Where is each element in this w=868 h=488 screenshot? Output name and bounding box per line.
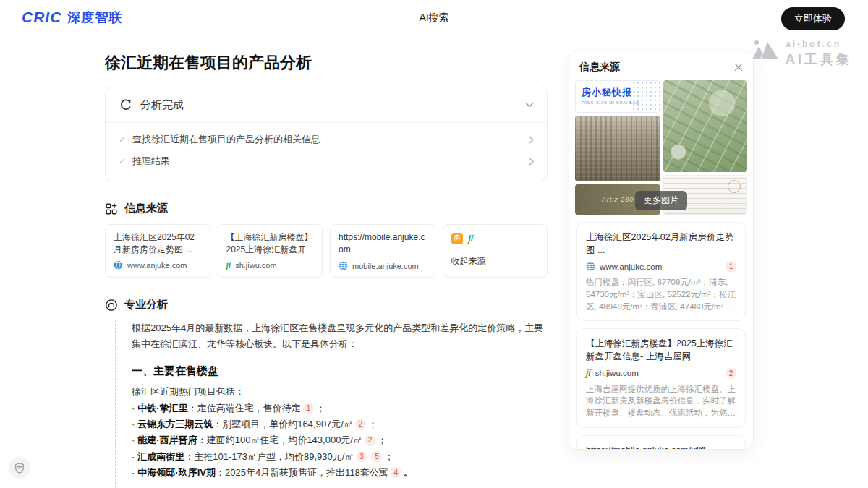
analysis-step-search[interactable]: ✓ 查找徐汇近期在售项目的产品分析的相关信息 [119, 129, 534, 150]
analysis-step-reasoning[interactable]: ✓ 推理结果 [119, 150, 534, 172]
olive-banner-text: Artiz 280 [602, 196, 634, 203]
analysis-status-header[interactable]: 分析完成 [106, 87, 547, 122]
fangxiaomi-favicon: 房 [451, 233, 463, 244]
report-shield-button[interactable] [9, 457, 30, 479]
aibot-logo-icon [751, 39, 780, 61]
cric-logo-cn: 深度智联 [67, 9, 122, 26]
shield-scales-icon [14, 462, 25, 474]
sources-grid-icon [105, 202, 118, 215]
project-name: 中海领邸·玖序IV期 [137, 467, 216, 478]
reference-badge[interactable]: 2 [365, 435, 375, 446]
source-card-domain: sh.jiwu.com [235, 261, 276, 270]
source-item[interactable]: 上海徐汇区2025年02月新房房价走势图 ... www.anjuke.com … [576, 222, 746, 321]
source-cards-row: 上海徐汇区2025年02月新房房价走势图 ... www.anjuke.com … [105, 224, 548, 278]
sources-section-header: 信息来源 [105, 202, 548, 215]
analysis-section-header: 专业分析 [105, 298, 548, 312]
project-line: ·中铁·挚汇里：定位高端住宅，售价待定1； [132, 401, 548, 416]
source-item[interactable]: https://mobile.anjuke.com/xf/fj- sh/xuhu… [576, 435, 746, 450]
source-card-title: https://mobile.anjuke.com sh/xuhui/2025/ [339, 231, 427, 256]
source-card-domain: www.anjuke.com [127, 261, 187, 270]
source-item-snippet: 热门楼盘；闵行区, 67709元/m²；浦东, 54730元/m²；宝山区, 5… [586, 276, 736, 312]
analysis-section-title: 专业分析 [124, 298, 168, 312]
source-item-domain: sh.jiwu.com [595, 369, 639, 377]
check-icon: ✓ [119, 134, 126, 145]
watermark-name: AI工具集 [786, 51, 852, 68]
project-name: 汇成南街里 [137, 451, 184, 462]
analysis-intro: 根据2025年4月的最新数据，上海徐汇区在售楼盘呈现多元化的产品类型和差异化的定… [132, 320, 548, 353]
source-item-title: 【上海徐汇新房楼盘】2025上海徐汇新盘开盘信息- 上海吉屋网 [586, 337, 736, 363]
more-images-button[interactable]: 更多图片 [635, 191, 687, 210]
cric-logo-text: CRIC [22, 9, 61, 26]
project-name: 云锦东方三期云筑 [137, 419, 213, 429]
image-residential-photo[interactable] [575, 116, 660, 181]
reference-badge[interactable]: 2 [355, 419, 366, 429]
headset-icon [105, 299, 118, 312]
globe-icon [586, 262, 595, 271]
check-icon: ✓ [119, 156, 126, 166]
watermark-site: ai-bot.cn [786, 39, 852, 49]
watermark: ai-bot.cn AI工具集 [751, 39, 852, 68]
sources-section-title: 信息来源 [124, 202, 168, 215]
reference-badge[interactable]: 4 [391, 467, 401, 478]
top-header: CRIC 深度智联 AI搜索 立即体验 [0, 0, 868, 35]
collapse-sources-label: 收起来源 [451, 255, 540, 267]
analysis-status-card: 分析完成 ✓ 查找徐汇近期在售项目的产品分析的相关信息 ✓ [105, 87, 548, 181]
sources-panel-title: 信息来源 [579, 61, 620, 74]
chevron-right-icon [529, 158, 534, 166]
source-item-title: 上海徐汇区2025年02月新房房价走势图 ... [586, 231, 736, 257]
project-desc: ：主推101-173㎡户型，均价89,930元/㎡ [184, 451, 354, 462]
page-title: 徐汇近期在售项目的产品分析 [105, 52, 548, 74]
chevron-down-icon[interactable] [525, 102, 534, 108]
project-line: ·中海领邸·玖序IV期：2025年4月新获预售证，推出118套公寓4。 [132, 466, 548, 480]
project-line: ·汇成南街里：主推101-173㎡户型，均价89,930元/㎡35； [132, 450, 548, 464]
project-desc: ：定位高端住宅，售价待定 [188, 403, 301, 414]
cric-logo[interactable]: CRIC 深度智联 [22, 9, 122, 26]
reference-badge[interactable]: 3 [356, 451, 367, 462]
collapse-sources-card[interactable]: 房 jí 收起来源 [443, 224, 548, 278]
step-label: 推理结果 [132, 155, 170, 168]
source-number-badge: 2 [726, 368, 736, 379]
chevron-right-icon [529, 136, 534, 144]
project-line: ·云锦东方三期云筑：别墅项目，单价约164,907元/㎡2； [132, 417, 548, 432]
source-card-domain: mobile.anjuke.com [352, 262, 419, 270]
sources-panel: 信息来源 房小秘快报 FANG XIAO MI KUAI BAO Artiz 2… [569, 51, 754, 450]
source-card[interactable]: https://mobile.anjuke.com sh/xuhui/2025/… [330, 224, 435, 278]
jiwu-favicon: jí [469, 234, 474, 243]
image-fangxiaomi-banner[interactable]: 房小秘快报 FANG XIAO MI KUAI BAO [575, 80, 660, 113]
source-item[interactable]: 【上海徐汇新房楼盘】2025上海徐汇新盘开盘信息- 上海吉屋网 jí sh.ji… [576, 328, 746, 427]
jiwu-favicon: jí [226, 261, 231, 270]
globe-icon [339, 261, 348, 270]
reference-badge[interactable]: 5 [371, 451, 382, 462]
section1-title: 一、主要在售楼盘 [132, 364, 548, 378]
nav-title: AI搜索 [419, 12, 448, 25]
source-number-badge: 1 [726, 261, 736, 272]
project-name: 能建·西岸晋府 [137, 435, 197, 445]
main-content: 徐汇近期在售项目的产品分析 分析完成 ✓ 查找徐汇近期在售项目的产品分析的相关信… [105, 43, 548, 488]
analysis-body: 根据2025年4月的最新数据，上海徐汇区在售楼盘呈现多元化的产品类型和差异化的定… [115, 320, 548, 488]
step-label: 查找徐汇近期在售项目的产品分析的相关信息 [132, 133, 320, 146]
source-item-snippet: 上海吉屋网提供优质的上海徐汇楼盘、上海徐汇新房及新楼盘房价信息，实时了解新开楼盘… [586, 383, 736, 419]
project-name: 中铁·挚汇里 [137, 403, 187, 414]
jiwu-favicon: jí [586, 369, 591, 377]
source-image-grid: 房小秘快报 FANG XIAO MI KUAI BAO Artiz 280 更多… [575, 80, 747, 215]
source-card[interactable]: 上海徐汇区2025年02月新房房价走势图 ... www.anjuke.com [105, 224, 210, 278]
source-card[interactable]: 【上海徐汇新房楼盘】2025上海徐汇新盘开盘... jí sh.jiwu.com [218, 224, 323, 278]
project-desc: ：建面约100㎡住宅，均价143,000元/㎡ [197, 435, 362, 445]
image-aerial-render[interactable] [663, 80, 747, 172]
banner-subtitle: FANG XIAO MI KUAI BAO [582, 100, 655, 105]
project-desc: ：2025年4月新获预售证，推出118套公寓 [216, 467, 388, 478]
globe-icon [114, 260, 123, 270]
try-now-button[interactable]: 立即体验 [781, 7, 845, 30]
source-item-title: https://mobile.anjuke.com/xf/fj- sh/xuhu… [586, 444, 736, 450]
source-item-list: 上海徐汇区2025年02月新房房价走势图 ... www.anjuke.com … [569, 215, 753, 450]
analysis-status-label: 分析完成 [140, 98, 184, 112]
project-desc: ：别墅项目，单价约164,907元/㎡ [213, 419, 353, 429]
page: CRIC 深度智联 AI搜索 立即体验 ai-bot.cn AI工具集 徐汇近期… [0, 0, 868, 488]
source-item-domain: www.anjuke.com [600, 262, 662, 271]
project-line: ·能建·西岸晋府：建面约100㎡住宅，均价143,000元/㎡2； [132, 433, 548, 448]
close-icon[interactable] [734, 63, 743, 72]
banner-title: 房小秘快报 [582, 86, 655, 99]
reference-badge[interactable]: 1 [303, 403, 314, 414]
refresh-icon [119, 98, 133, 112]
source-card-title: 上海徐汇区2025年02月新房房价走势图 ... [114, 231, 202, 255]
